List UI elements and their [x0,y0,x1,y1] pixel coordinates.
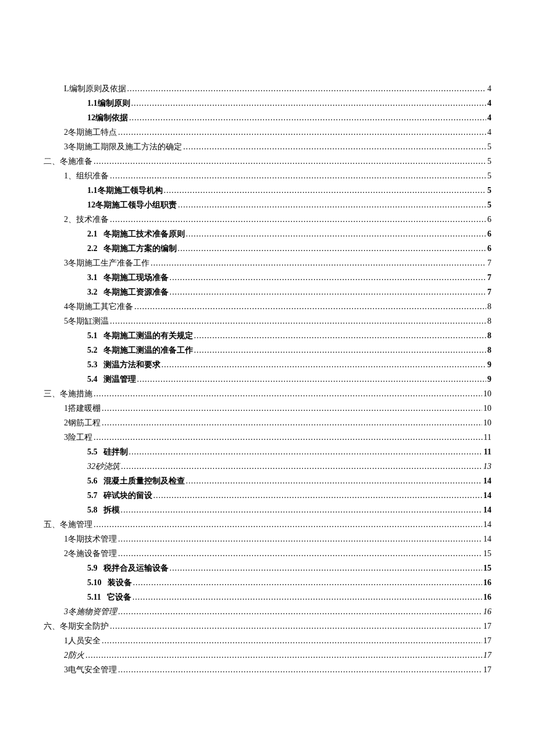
toc-leader-dots [94,154,486,169]
toc-page-number: 8 [487,343,491,357]
toc-label: 3冬施物资管理 [64,604,117,619]
toc-page-number: 8 [487,314,491,328]
toc-page-number: 17 [483,633,491,648]
toc-label: 2防火 [64,648,84,662]
toc-entry: 3.2冬期施工资源准备7 [44,285,491,299]
toc-label: 5.1冬期施工测温的有关规定 [87,328,193,343]
toc-page-number: 13 [483,459,491,474]
toc-page-number: 5 [487,198,491,212]
toc-title: 1、组织准备 [64,171,109,180]
toc-page-number: 4 [487,110,491,125]
toc-number: 2.1 [87,227,98,241]
toc-label: 5.2冬期施工测温的准备工作 [87,343,193,357]
toc-title: 它设备 [107,593,131,601]
toc-leader-dots [170,285,487,299]
toc-page-number: 14 [483,532,491,546]
toc-number: 5.6 [87,474,98,488]
toc-label: 3险工程 [64,430,92,445]
toc-entry: 5.7碎试块的留设14 [44,488,491,503]
toc-page-number: 4 [487,125,491,139]
toc-title: 冬期施工技术准备原则 [104,230,185,238]
toc-number: 5.7 [87,488,98,503]
toc-label: 5.3测温方法和要求 [87,357,160,372]
toc-entry: 5冬期缸测温8 [44,314,491,328]
toc-label: 12冬期施工领导小组职责 [87,198,177,212]
toc-page-number: 4 [487,96,491,110]
toc-page-number: 16 [483,604,491,619]
toc-label: L编制原则及依据 [64,81,126,96]
toc-entry: 5.4测温管理9 [44,372,491,386]
toc-label: 3.2冬期施工资源准备 [87,285,169,299]
toc-page-number: 8 [487,299,491,314]
toc-page-number: 5 [487,139,491,154]
toc-leader-dots [164,183,487,198]
toc-number: 5.5 [87,445,98,459]
toc-leader-dots [194,343,487,357]
toc-entry: 5.9税拌合及运输设备15 [44,561,491,575]
toc-entry: 1、组织准备5 [44,169,491,183]
toc-entry: 六、冬期安全防护17 [44,619,491,633]
toc-label: 1人员安全 [64,633,101,648]
toc-number: 5.11 [87,590,101,604]
toc-title: 2钢筋工程 [64,418,101,427]
toc-label: 5.5硅拌制 [87,445,128,459]
toc-title: 硅拌制 [104,447,128,456]
toc-title: 六、冬期安全防护 [44,622,109,630]
toc-leader-dots [178,241,487,256]
toc-leader-dots [94,430,483,445]
toc-leader-dots [102,633,482,648]
toc-entry: 2冬期施工特点4 [44,125,491,139]
toc-number: 5.8 [87,503,98,517]
toc-leader-dots [162,357,487,372]
toc-title: 2冬施设备管理 [64,549,117,558]
toc-entry: 5.5硅拌制11 [44,445,491,459]
toc-entry: 12编制依据4 [44,110,491,125]
toc-entry: 1.1编制原则4 [44,96,491,110]
toc-label: 5.7碎试块的留设 [87,488,152,503]
toc-number: 5.2 [87,343,98,357]
toc-number: 5.9 [87,561,98,575]
toc-leader-dots [94,517,482,532]
toc-leader-dots [118,546,482,561]
toc-leader-dots [110,212,486,227]
toc-page-number: 17 [483,619,491,633]
toc-entry: 3险工程11 [44,430,491,445]
toc-label: 2、技术准备 [64,212,109,227]
toc-title: 3冬施物资管理 [64,607,117,616]
toc-page-number: 5 [487,183,491,198]
toc-entry: 3电气安全管理17 [44,662,491,677]
toc-entry: 3.1冬期施工现场准备7 [44,270,491,285]
toc-page-number: 14 [483,517,491,532]
toc-page-number: 6 [487,212,491,227]
toc-page-number: 10 [483,386,491,401]
toc-title: 碎试块的留设 [104,491,152,500]
toc-page-number: 7 [487,256,491,270]
toc-entry: 4冬期施工其它准备8 [44,299,491,314]
toc-title: 冬期施工现场准备 [104,273,169,282]
toc-label: 5.6混凝土质量控制及检查 [87,474,185,488]
toc-entry: 5.11它设备16 [44,590,491,604]
toc-leader-dots [129,445,483,459]
toc-page-number: 7 [487,270,491,285]
toc-entry: 3冬期施工期限及施工方法的确定5 [44,139,491,154]
toc-title: 拆模 [104,506,120,514]
toc-title: 2防火 [64,651,84,660]
toc-entry: 5.1冬期施工测温的有关规定8 [44,328,491,343]
toc-leader-dots [151,256,486,270]
toc-leader-dots [133,590,482,604]
toc-page-number: 14 [483,503,491,517]
toc-entry: 5.10装设备16 [44,575,491,590]
toc-page-number: 6 [487,241,491,256]
toc-leader-dots [134,299,486,314]
toc-leader-dots [85,648,482,662]
toc-leader-dots [183,139,486,154]
toc-title: 32砂浇筑 [87,462,120,471]
toc-page-number: 14 [483,488,491,503]
toc-label: 五、冬施管理 [44,517,92,532]
toc-page-number: 17 [483,648,491,662]
toc-entry: 5.6混凝土质量控制及检查14 [44,474,491,488]
toc-number: 5.3 [87,357,98,372]
toc-title: 3冬期施工生产准备工作 [64,259,149,267]
toc-leader-dots [102,415,482,430]
toc-label: 5.4测温管理 [87,372,136,386]
